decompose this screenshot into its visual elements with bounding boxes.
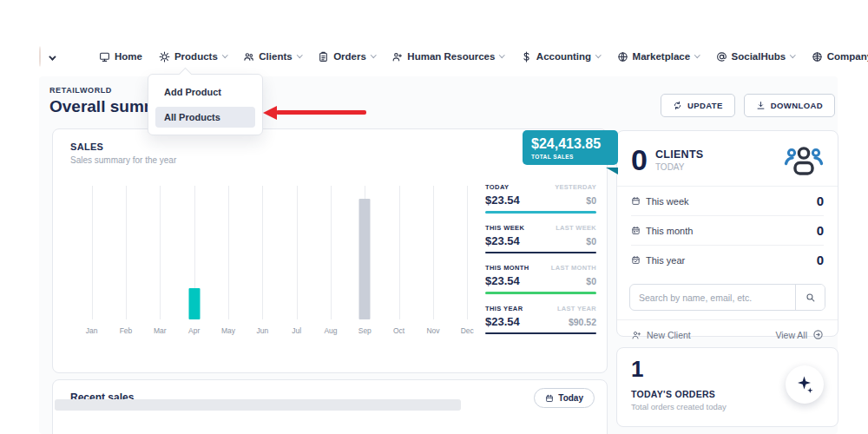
ai-sparkle-button[interactable] — [786, 365, 824, 404]
chart-gridline — [467, 186, 468, 319]
chart-column: Nov — [416, 186, 450, 335]
clipboard-icon — [318, 51, 329, 62]
client-search — [629, 284, 825, 311]
todays-orders-card: 1 TODAY'S ORDERS Total orders created to… — [616, 347, 838, 427]
refresh-icon — [673, 101, 682, 110]
breadcrumb: RETAILWORLD — [49, 86, 112, 95]
nav-item-marketplace[interactable]: Marketplace — [617, 51, 700, 62]
workspace-chevron-down-icon[interactable] — [49, 49, 54, 64]
nav-item-human-resources[interactable]: Human Resources — [391, 51, 503, 62]
chart-gridline — [331, 186, 332, 319]
chevron-down-icon — [499, 52, 504, 57]
nav-label: Company — [827, 51, 868, 62]
red-arrow-head — [263, 106, 277, 120]
nav-label: Clients — [259, 51, 292, 62]
sales-stats: TODAYYESTERDAY $23.54$0 THIS WEEKLAST WE… — [485, 183, 596, 345]
nav-item-products[interactable]: Products — [159, 51, 227, 62]
workspace-logo[interactable] — [39, 46, 41, 67]
nav-item-home[interactable]: Home — [99, 51, 142, 62]
view-all-label: View All — [775, 330, 807, 340]
clients-row-value: 0 — [817, 223, 824, 238]
stat-compare-value: $0 — [586, 195, 596, 206]
update-button[interactable]: UPDATE — [661, 94, 735, 117]
chart-gridline — [160, 186, 161, 319]
page-actions: UPDATE DOWNLOAD — [661, 94, 835, 117]
people-icon — [243, 51, 254, 62]
chart-column: Apr — [177, 186, 211, 335]
chevron-down-icon — [297, 52, 302, 57]
clients-row-year: This year 0 — [617, 246, 838, 274]
chart-x-label: Dec — [450, 326, 484, 335]
clients-row-month: This month 0 — [617, 216, 838, 245]
clients-row-week: This week 0 — [617, 187, 838, 215]
chart-x-label: Mar — [143, 326, 177, 335]
at-sign-icon — [716, 51, 727, 62]
chart-gridline — [262, 186, 263, 319]
sales-card-subtitle: Sales summary for the year — [70, 155, 176, 165]
stat-compare-label: YESTERDAY — [555, 183, 596, 191]
stat-value: $23.54 — [485, 274, 520, 287]
client-search-button[interactable] — [795, 285, 825, 310]
chevron-down-icon — [595, 52, 601, 57]
nav-item-accounting[interactable]: Accounting — [521, 51, 601, 62]
people-group-icon — [784, 142, 824, 177]
menu-item-all-products[interactable]: All Products — [155, 107, 255, 128]
chart-x-label: Oct — [382, 326, 416, 335]
nav-item-socialhubs[interactable]: SocialHubs — [716, 51, 795, 62]
stat-value: $23.54 — [485, 234, 520, 247]
clients-row-label: This month — [646, 226, 693, 236]
download-icon — [756, 101, 766, 110]
chart-gridline — [297, 186, 298, 319]
chevron-down-icon — [371, 52, 376, 57]
chart-column: Dec — [450, 186, 484, 335]
main-menu: Home Products Clients Orders Human Resou… — [99, 51, 868, 62]
products-dropdown-menu: Add Product All Products — [148, 74, 263, 135]
stat-underline — [485, 332, 596, 335]
chart-column: Jan — [75, 186, 108, 335]
today-filter-button[interactable]: Today — [534, 388, 595, 408]
globe-icon — [617, 51, 628, 62]
total-sales-label: TOTAL SALES — [531, 154, 609, 160]
nav-item-orders[interactable]: Orders — [318, 51, 375, 62]
nav-label: Marketplace — [633, 51, 690, 62]
chart-gridline — [92, 186, 93, 319]
nav-item-clients[interactable]: Clients — [243, 51, 301, 62]
red-arrow-annotation — [276, 110, 366, 115]
stat-underline — [485, 211, 596, 214]
sales-chart: JanFebMarAprMayJunJulAugSepOctNovDec — [75, 186, 484, 335]
download-label: DOWNLOAD — [771, 101, 823, 110]
chart-gridline — [433, 186, 434, 319]
nav-label: Orders — [333, 51, 366, 62]
new-client-link[interactable]: New Client — [631, 330, 691, 340]
calendar-month-icon — [631, 226, 641, 235]
chart-column: Oct — [382, 186, 416, 335]
clients-count: 0 — [631, 145, 648, 174]
sales-card: SALES Sales summary for the year $24,413… — [52, 128, 608, 373]
chevron-down-icon — [790, 52, 795, 57]
chevron-down-icon — [222, 52, 227, 57]
chart-x-label: May — [211, 326, 245, 335]
chart-x-label: Nov — [416, 326, 450, 335]
recent-sales-card: Recent sales Today — [52, 379, 608, 434]
calendar-icon — [545, 394, 554, 403]
table-header-row — [55, 399, 461, 411]
clients-title: CLIENTS — [655, 148, 704, 161]
client-search-input[interactable] — [630, 285, 795, 310]
top-navigation: Home Products Clients Orders Human Resou… — [39, 40, 838, 73]
menu-item-add-product[interactable]: Add Product — [155, 82, 255, 102]
download-button[interactable]: DOWNLOAD — [744, 94, 835, 117]
chart-x-label: Sep — [348, 326, 382, 335]
chart-column: Aug — [313, 186, 347, 335]
clients-subtitle: TODAY — [655, 162, 704, 172]
nav-label: Home — [115, 51, 142, 62]
globe-grid-icon — [812, 51, 823, 62]
stat-compare-label: LAST YEAR — [557, 305, 596, 312]
chart-column: Jun — [246, 186, 279, 335]
update-label: UPDATE — [687, 101, 723, 110]
nav-item-company[interactable]: Company — [812, 51, 868, 62]
calendar-week-icon — [631, 196, 641, 206]
view-all-link[interactable]: View All — [775, 329, 824, 340]
chart-x-label: Jan — [75, 326, 108, 335]
chart-x-label: Jul — [279, 326, 313, 335]
stat-label: TODAY — [485, 183, 509, 191]
